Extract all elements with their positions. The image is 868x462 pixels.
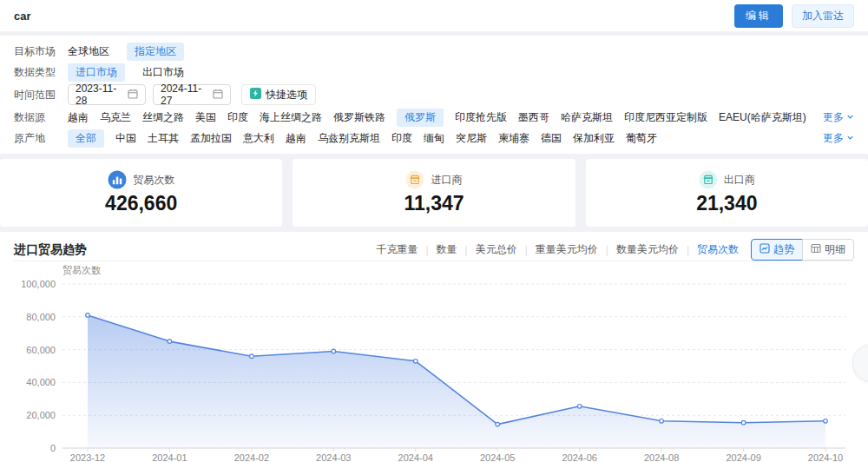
origin-option[interactable]: 保加利亚 bbox=[573, 131, 615, 146]
end-date-input[interactable]: 2024-11-27 bbox=[153, 84, 231, 105]
data-type-option[interactable]: 出口市场 bbox=[142, 65, 184, 80]
data-type-options: 进口市场出口市场 bbox=[68, 63, 184, 82]
stat-card: 进口商11,347 bbox=[293, 159, 575, 227]
origin-label: 原产地 bbox=[14, 131, 68, 146]
data-source-option[interactable]: EAEU(哈萨克斯坦) bbox=[719, 110, 806, 125]
end-date-value: 2024-11-27 bbox=[161, 82, 213, 107]
target-market-label: 目标市场 bbox=[14, 44, 68, 59]
data-source-option[interactable]: 印度 bbox=[227, 110, 248, 125]
origin-option[interactable]: 突尼斯 bbox=[456, 131, 487, 146]
origin-option[interactable]: 葡萄牙 bbox=[626, 131, 657, 146]
start-date-input[interactable]: 2023-11-28 bbox=[68, 84, 146, 105]
filter-row-data-type: 数据类型 进口市场出口市场 bbox=[14, 62, 854, 82]
data-source-option[interactable]: 印度尼西亚定制版 bbox=[624, 110, 707, 125]
data-type-option[interactable]: 进口市场 bbox=[68, 63, 125, 82]
svg-text:60,000: 60,000 bbox=[26, 345, 56, 355]
origin-option[interactable]: 乌兹别克斯坦 bbox=[318, 131, 380, 146]
filter-row-time-range: 时间范围 2023-11-28 2024-11-27 快捷选项 bbox=[14, 82, 854, 107]
time-range-label: 时间范围 bbox=[14, 88, 68, 102]
target-market-option[interactable]: 全球地区 bbox=[68, 44, 109, 59]
svg-text:2023-12: 2023-12 bbox=[70, 452, 105, 462]
detail-view-button[interactable]: 明细 bbox=[802, 239, 854, 261]
stat-value: 11,347 bbox=[404, 192, 464, 215]
table-icon bbox=[811, 243, 821, 256]
data-type-label: 数据类型 bbox=[14, 65, 68, 80]
origin-option[interactable]: 土耳其 bbox=[148, 131, 179, 146]
svg-text:2024-02: 2024-02 bbox=[234, 452, 269, 462]
quick-options-icon bbox=[250, 88, 261, 102]
data-source-option[interactable]: 印度抢先版 bbox=[455, 110, 507, 125]
stat-label: 进口商 bbox=[431, 173, 462, 188]
metric-option[interactable]: 美元总价 bbox=[476, 242, 517, 257]
add-radar-button[interactable]: 加入雷达 bbox=[792, 4, 854, 28]
svg-text:2024-04: 2024-04 bbox=[398, 452, 433, 462]
target-market-option[interactable]: 指定地区 bbox=[127, 43, 184, 61]
detail-view-label: 明细 bbox=[825, 242, 845, 257]
data-source-option[interactable]: 丝绸之路 bbox=[142, 110, 184, 125]
origin-option[interactable]: 全部 bbox=[68, 129, 104, 148]
data-source-option[interactable]: 美国 bbox=[195, 110, 216, 125]
trend-controls: 千克重量|数量|美元总价|重量美元均价|数量美元均价|贸易次数 趋势 明细 bbox=[376, 239, 854, 261]
origin-option[interactable]: 德国 bbox=[541, 131, 562, 146]
svg-text:2024-10: 2024-10 bbox=[808, 452, 843, 462]
quick-options-label: 快捷选项 bbox=[266, 88, 307, 102]
bar-chart-icon bbox=[108, 170, 127, 189]
origin-more-link[interactable]: 更多 bbox=[823, 131, 854, 146]
stat-card: 出口商21,340 bbox=[586, 159, 868, 227]
stats-row: 贸易次数426,660进口商11,347出口商21,340 bbox=[0, 159, 868, 227]
exporter-icon bbox=[699, 170, 718, 189]
data-source-option[interactable]: 海上丝绸之路 bbox=[260, 110, 322, 125]
edit-button[interactable]: 编辑 bbox=[734, 4, 783, 28]
metric-option[interactable]: 数量 bbox=[437, 242, 457, 257]
svg-text:2024-01: 2024-01 bbox=[152, 452, 187, 462]
metric-option[interactable]: 重量美元均价 bbox=[536, 242, 598, 257]
svg-text:20,000: 20,000 bbox=[26, 410, 56, 420]
origin-option[interactable]: 越南 bbox=[286, 131, 306, 146]
quick-options-button[interactable]: 快捷选项 bbox=[241, 84, 316, 105]
topbar: car 编辑 加入雷达 bbox=[0, 0, 868, 31]
more-label: 更多 bbox=[823, 110, 844, 125]
metric-option[interactable]: 贸易次数 bbox=[697, 242, 739, 257]
data-source-option[interactable]: 乌克兰 bbox=[100, 110, 131, 125]
svg-text:2024-08: 2024-08 bbox=[644, 452, 679, 462]
trend-view-label: 趋势 bbox=[773, 242, 794, 257]
data-source-option[interactable]: 墨西哥 bbox=[518, 110, 549, 125]
origin-options: 全部中国土耳其孟加拉国意大利越南乌兹别克斯坦印度缅甸突尼斯柬埔寨德国保加利亚葡萄… bbox=[68, 129, 657, 148]
trend-area-chart: 贸易次数020,00040,00060,00080,000100,0002023… bbox=[14, 263, 854, 462]
calendar-icon bbox=[213, 89, 223, 102]
svg-text:2024-05: 2024-05 bbox=[480, 452, 515, 462]
origin-option[interactable]: 缅甸 bbox=[424, 131, 444, 146]
more-label: 更多 bbox=[823, 131, 844, 146]
data-source-option[interactable]: 哈萨克斯坦 bbox=[561, 110, 613, 125]
svg-text:100,000: 100,000 bbox=[21, 279, 56, 289]
chevron-down-icon bbox=[846, 111, 854, 123]
svg-text:2024-03: 2024-03 bbox=[316, 452, 351, 462]
origin-option[interactable]: 印度 bbox=[391, 131, 412, 146]
filter-panel: 目标市场 全球地区指定地区 数据类型 进口市场出口市场 时间范围 2023-11… bbox=[0, 36, 868, 154]
stat-label: 出口商 bbox=[724, 173, 755, 188]
origin-option[interactable]: 中国 bbox=[115, 131, 136, 146]
origin-option[interactable]: 柬埔寨 bbox=[498, 131, 529, 146]
view-toggle-group: 趋势 明细 bbox=[751, 239, 854, 261]
svg-text:2024-06: 2024-06 bbox=[562, 452, 597, 462]
data-source-option[interactable]: 俄罗斯 bbox=[397, 109, 444, 127]
metric-option[interactable]: 数量美元均价 bbox=[616, 242, 679, 257]
data-source-option[interactable]: 俄罗斯铁路 bbox=[333, 110, 385, 125]
stat-card: 贸易次数426,660 bbox=[0, 159, 282, 227]
filter-row-target-market: 目标市场 全球地区指定地区 bbox=[14, 41, 854, 62]
svg-text:贸易次数: 贸易次数 bbox=[62, 265, 101, 275]
page-title: car bbox=[14, 10, 31, 23]
trend-panel-header: 进口贸易趋势 千克重量|数量|美元总价|重量美元均价|数量美元均价|贸易次数 趋… bbox=[14, 239, 854, 261]
svg-text:2024-09: 2024-09 bbox=[726, 452, 760, 462]
stat-value: 426,660 bbox=[105, 192, 177, 215]
data-source-option[interactable]: 越南 bbox=[68, 110, 89, 125]
svg-text:0: 0 bbox=[50, 443, 56, 453]
metric-option[interactable]: 千克重量 bbox=[376, 242, 418, 257]
calendar-icon bbox=[128, 89, 138, 102]
data-source-more-link[interactable]: 更多 bbox=[823, 110, 854, 125]
start-date-value: 2023-11-28 bbox=[76, 82, 128, 107]
origin-option[interactable]: 孟加拉国 bbox=[190, 131, 232, 146]
topbar-actions: 编辑 加入雷达 bbox=[734, 4, 854, 28]
origin-option[interactable]: 意大利 bbox=[243, 131, 274, 146]
trend-view-button[interactable]: 趋势 bbox=[751, 239, 803, 261]
